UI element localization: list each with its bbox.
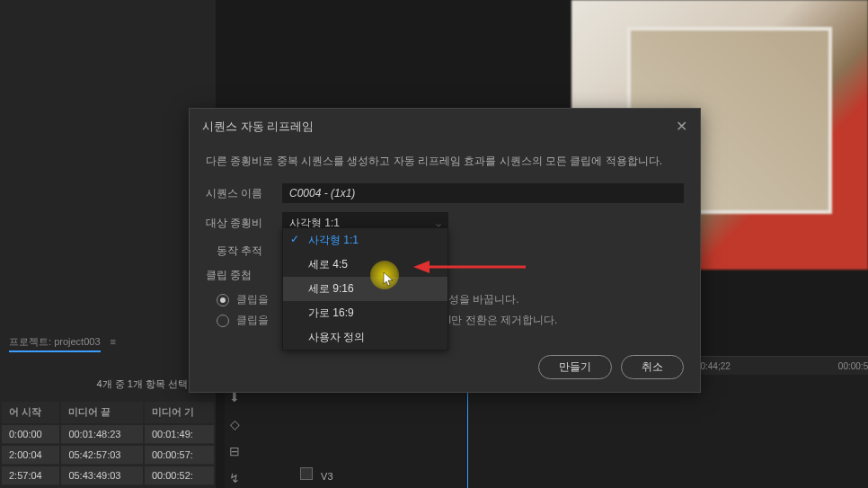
svg-marker-1 <box>413 261 430 273</box>
dialog-description: 다른 종횡비로 중복 시퀀스를 생성하고 자동 리프레임 효과를 시퀀스의 모든… <box>206 153 684 169</box>
create-button[interactable]: 만들기 <box>538 355 612 379</box>
col-duration[interactable]: 미디어 기 <box>145 402 214 423</box>
selection-count: 4개 중 1개 항목 선택함 <box>0 377 198 391</box>
annotation-arrow <box>413 253 530 280</box>
table-header-row: 어 시작 미디어 끝 미디어 기 <box>2 402 214 423</box>
radio-icon <box>217 315 229 327</box>
radio-icon <box>217 294 229 306</box>
option-vertical-916[interactable]: 세로 9:16 <box>283 277 447 301</box>
project-panel-header: 프로젝트: project003 ≡ <box>0 333 216 355</box>
option-square[interactable]: 사각형 1:1 <box>283 228 447 253</box>
auto-reframe-dialog: 시퀀스 자동 리프레임 ✕ 다른 종횡비로 중복 시퀀스를 생성하고 자동 리프… <box>189 108 701 393</box>
col-end[interactable]: 미디어 끝 <box>61 402 143 423</box>
project-tab[interactable]: 프로젝트: project003 <box>9 335 101 352</box>
cancel-button[interactable]: 취소 <box>621 355 684 379</box>
dialog-title: 시퀀스 자동 리프레임 <box>202 119 314 135</box>
table-row[interactable]: 0:00:00 00:01:48:23 00:01:49: <box>2 425 214 444</box>
motion-label: 동작 추적 <box>206 244 282 259</box>
settings-icon[interactable]: ↯ <box>226 471 243 487</box>
seq-name-label: 시퀀스 이름 <box>206 186 282 201</box>
dialog-titlebar: 시퀀스 자동 리프레임 ✕ <box>190 109 700 144</box>
close-icon[interactable]: ✕ <box>676 118 687 135</box>
media-table: 어 시작 미디어 끝 미디어 기 0:00:00 00:01:48:23 00:… <box>0 400 216 487</box>
table-row[interactable]: 2:57:04 05:43:49:03 00:00:52: <box>2 466 214 485</box>
track-v3[interactable]: V3 <box>300 467 333 482</box>
track-toggle-icon[interactable] <box>300 467 313 480</box>
aspect-dropdown-menu: 사각형 1:1 세로 4:5 세로 9:16 가로 16:9 사용자 정의 <box>282 227 448 350</box>
seq-name-input[interactable] <box>282 183 684 203</box>
link-icon[interactable]: ◇ <box>226 417 243 433</box>
marker-icon[interactable]: ⊟ <box>226 444 243 460</box>
option-horizontal-169[interactable]: 가로 16:9 <box>283 301 447 325</box>
aspect-label: 대상 종횡비 <box>206 216 282 231</box>
clip-nest-label: 클립 중첩 <box>206 268 282 283</box>
table-row[interactable]: 2:00:04 05:42:57:03 00:00:57: <box>2 446 214 465</box>
option-custom[interactable]: 사용자 정의 <box>283 325 447 350</box>
cursor-icon <box>383 271 395 290</box>
col-start[interactable]: 어 시작 <box>2 402 59 423</box>
